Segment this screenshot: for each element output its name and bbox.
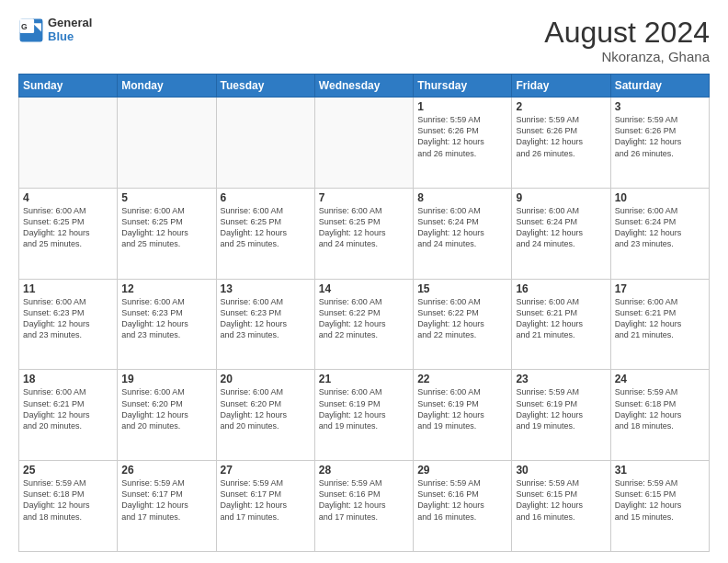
svg-text:G: G xyxy=(21,22,28,31)
week-row-4: 25Sunrise: 5:59 AM Sunset: 6:18 PM Dayli… xyxy=(19,461,710,552)
day-number: 22 xyxy=(417,373,507,385)
logo-text: General Blue xyxy=(48,17,92,44)
calendar-cell: 15Sunrise: 6:00 AM Sunset: 6:22 PM Dayli… xyxy=(414,279,512,370)
main-title: August 2024 xyxy=(544,17,710,49)
day-number: 21 xyxy=(319,373,409,385)
day-info: Sunrise: 6:00 AM Sunset: 6:23 PM Dayligh… xyxy=(23,296,113,341)
logo: G General Blue xyxy=(18,17,92,44)
day-info: Sunrise: 6:00 AM Sunset: 6:23 PM Dayligh… xyxy=(221,296,311,341)
calendar-cell: 25Sunrise: 5:59 AM Sunset: 6:18 PM Dayli… xyxy=(19,461,118,552)
day-info: Sunrise: 6:00 AM Sunset: 6:23 PM Dayligh… xyxy=(121,296,211,341)
calendar-cell: 13Sunrise: 6:00 AM Sunset: 6:23 PM Dayli… xyxy=(216,279,314,370)
day-info: Sunrise: 6:00 AM Sunset: 6:19 PM Dayligh… xyxy=(417,386,507,431)
day-info: Sunrise: 5:59 AM Sunset: 6:16 PM Dayligh… xyxy=(417,477,507,523)
week-row-0: 1Sunrise: 5:59 AM Sunset: 6:26 PM Daylig… xyxy=(19,98,710,189)
calendar-cell: 7Sunrise: 6:00 AM Sunset: 6:25 PM Daylig… xyxy=(314,188,413,279)
calendar-cell: 12Sunrise: 6:00 AM Sunset: 6:23 PM Dayli… xyxy=(118,279,216,370)
day-number: 4 xyxy=(23,191,113,204)
calendar-cell: 31Sunrise: 5:59 AM Sunset: 6:15 PM Dayli… xyxy=(610,461,709,552)
day-info: Sunrise: 6:00 AM Sunset: 6:20 PM Dayligh… xyxy=(221,386,311,431)
header: G General Blue August 2024 Nkoranza, Gha… xyxy=(18,17,710,64)
calendar-cell: 17Sunrise: 6:00 AM Sunset: 6:21 PM Dayli… xyxy=(610,279,709,370)
day-info: Sunrise: 5:59 AM Sunset: 6:18 PM Dayligh… xyxy=(615,386,705,431)
day-info: Sunrise: 6:00 AM Sunset: 6:19 PM Dayligh… xyxy=(319,386,409,431)
calendar-cell: 23Sunrise: 5:59 AM Sunset: 6:19 PM Dayli… xyxy=(512,370,610,461)
day-number: 29 xyxy=(417,464,507,477)
day-info: Sunrise: 6:00 AM Sunset: 6:24 PM Dayligh… xyxy=(516,205,606,250)
day-number: 24 xyxy=(615,373,705,385)
day-number: 17 xyxy=(615,282,705,295)
day-info: Sunrise: 6:00 AM Sunset: 6:22 PM Dayligh… xyxy=(417,296,507,341)
calendar-cell xyxy=(216,98,314,189)
day-info: Sunrise: 5:59 AM Sunset: 6:26 PM Dayligh… xyxy=(615,114,705,159)
week-row-1: 4Sunrise: 6:00 AM Sunset: 6:25 PM Daylig… xyxy=(19,188,710,279)
day-info: Sunrise: 6:00 AM Sunset: 6:25 PM Dayligh… xyxy=(23,205,113,250)
day-number: 13 xyxy=(221,282,311,295)
day-info: Sunrise: 5:59 AM Sunset: 6:26 PM Dayligh… xyxy=(417,114,507,159)
day-info: Sunrise: 6:00 AM Sunset: 6:25 PM Dayligh… xyxy=(319,205,409,250)
calendar-cell: 10Sunrise: 6:00 AM Sunset: 6:24 PM Dayli… xyxy=(610,188,709,279)
calendar-cell: 2Sunrise: 5:59 AM Sunset: 6:26 PM Daylig… xyxy=(512,98,610,189)
day-info: Sunrise: 5:59 AM Sunset: 6:16 PM Dayligh… xyxy=(319,477,409,523)
title-block: August 2024 Nkoranza, Ghana xyxy=(544,17,710,64)
day-info: Sunrise: 6:00 AM Sunset: 6:21 PM Dayligh… xyxy=(23,386,113,431)
day-number: 8 xyxy=(417,191,507,204)
col-monday: Monday xyxy=(118,75,216,98)
page: G General Blue August 2024 Nkoranza, Gha… xyxy=(0,0,728,563)
day-info: Sunrise: 5:59 AM Sunset: 6:26 PM Dayligh… xyxy=(516,114,606,159)
calendar-cell xyxy=(118,98,216,189)
day-number: 18 xyxy=(23,373,113,385)
calendar-cell xyxy=(19,98,118,189)
subtitle: Nkoranza, Ghana xyxy=(544,49,710,64)
calendar-cell: 18Sunrise: 6:00 AM Sunset: 6:21 PM Dayli… xyxy=(19,370,118,461)
calendar-cell: 29Sunrise: 5:59 AM Sunset: 6:16 PM Dayli… xyxy=(414,461,512,552)
calendar-cell: 1Sunrise: 5:59 AM Sunset: 6:26 PM Daylig… xyxy=(414,98,512,189)
col-tuesday: Tuesday xyxy=(216,75,314,98)
day-number: 15 xyxy=(417,282,507,295)
day-number: 1 xyxy=(417,100,507,113)
week-row-2: 11Sunrise: 6:00 AM Sunset: 6:23 PM Dayli… xyxy=(19,279,710,370)
col-thursday: Thursday xyxy=(414,75,512,98)
calendar-header-row: Sunday Monday Tuesday Wednesday Thursday… xyxy=(19,75,710,98)
day-info: Sunrise: 5:59 AM Sunset: 6:19 PM Dayligh… xyxy=(516,386,606,431)
day-number: 25 xyxy=(23,464,113,477)
col-saturday: Saturday xyxy=(610,75,709,98)
day-number: 19 xyxy=(121,373,211,385)
day-number: 6 xyxy=(221,191,311,204)
calendar-cell xyxy=(314,98,413,189)
calendar-cell: 5Sunrise: 6:00 AM Sunset: 6:25 PM Daylig… xyxy=(118,188,216,279)
day-number: 11 xyxy=(23,282,113,295)
col-wednesday: Wednesday xyxy=(314,75,413,98)
col-friday: Friday xyxy=(512,75,610,98)
logo-icon: G xyxy=(18,17,44,43)
day-number: 10 xyxy=(615,191,705,204)
week-row-3: 18Sunrise: 6:00 AM Sunset: 6:21 PM Dayli… xyxy=(19,370,710,461)
day-info: Sunrise: 5:59 AM Sunset: 6:15 PM Dayligh… xyxy=(516,477,606,523)
day-info: Sunrise: 6:00 AM Sunset: 6:20 PM Dayligh… xyxy=(121,386,211,431)
calendar-cell: 11Sunrise: 6:00 AM Sunset: 6:23 PM Dayli… xyxy=(19,279,118,370)
calendar-cell: 27Sunrise: 5:59 AM Sunset: 6:17 PM Dayli… xyxy=(216,461,314,552)
calendar-cell: 20Sunrise: 6:00 AM Sunset: 6:20 PM Dayli… xyxy=(216,370,314,461)
day-info: Sunrise: 6:00 AM Sunset: 6:24 PM Dayligh… xyxy=(615,205,705,250)
day-info: Sunrise: 6:00 AM Sunset: 6:21 PM Dayligh… xyxy=(615,296,705,341)
calendar-cell: 28Sunrise: 5:59 AM Sunset: 6:16 PM Dayli… xyxy=(314,461,413,552)
day-info: Sunrise: 5:59 AM Sunset: 6:17 PM Dayligh… xyxy=(221,477,311,523)
day-number: 31 xyxy=(615,464,705,477)
day-number: 5 xyxy=(121,191,211,204)
day-info: Sunrise: 6:00 AM Sunset: 6:21 PM Dayligh… xyxy=(516,296,606,341)
calendar-cell: 24Sunrise: 5:59 AM Sunset: 6:18 PM Dayli… xyxy=(610,370,709,461)
day-info: Sunrise: 5:59 AM Sunset: 6:17 PM Dayligh… xyxy=(121,477,211,523)
day-number: 16 xyxy=(516,282,606,295)
day-number: 7 xyxy=(319,191,409,204)
calendar-cell: 9Sunrise: 6:00 AM Sunset: 6:24 PM Daylig… xyxy=(512,188,610,279)
day-info: Sunrise: 6:00 AM Sunset: 6:24 PM Dayligh… xyxy=(417,205,507,250)
day-info: Sunrise: 6:00 AM Sunset: 6:22 PM Dayligh… xyxy=(319,296,409,341)
calendar-cell: 30Sunrise: 5:59 AM Sunset: 6:15 PM Dayli… xyxy=(512,461,610,552)
calendar-cell: 3Sunrise: 5:59 AM Sunset: 6:26 PM Daylig… xyxy=(610,98,709,189)
calendar-table: Sunday Monday Tuesday Wednesday Thursday… xyxy=(18,74,710,552)
calendar-cell: 19Sunrise: 6:00 AM Sunset: 6:20 PM Dayli… xyxy=(118,370,216,461)
day-number: 26 xyxy=(121,464,211,477)
day-number: 23 xyxy=(516,373,606,385)
calendar-cell: 4Sunrise: 6:00 AM Sunset: 6:25 PM Daylig… xyxy=(19,188,118,279)
day-number: 27 xyxy=(221,464,311,477)
